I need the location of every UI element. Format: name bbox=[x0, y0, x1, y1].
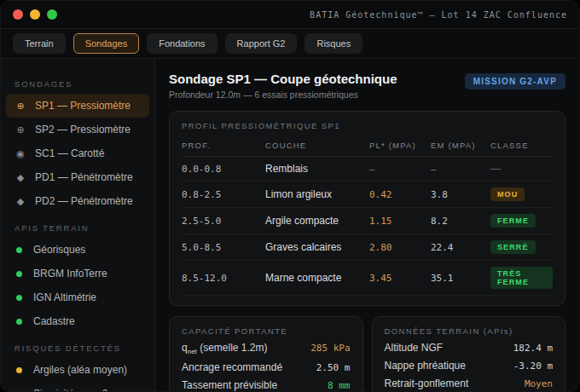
sidebar-item-sismicite[interactable]: Sismicité zone 2 bbox=[6, 382, 149, 391]
summary-cards-row: CAPACITÉ PORTANTE qnet (semelle 1.2m) 28… bbox=[169, 316, 566, 391]
sidebar-item-label: Argiles (aléa moyen) bbox=[33, 364, 127, 376]
retrait-row: Retrait-gonflement Moyen bbox=[385, 378, 554, 389]
status-dot-icon bbox=[16, 319, 22, 325]
crosshair-circle-icon: ⊕ bbox=[14, 124, 26, 135]
cell-em: 8.2 bbox=[431, 208, 490, 234]
sidebar: SONDAGES ⊕ SP1 — Pressiomètre ⊕ SP2 — Pr… bbox=[1, 59, 155, 391]
zoom-window-button[interactable] bbox=[47, 9, 57, 20]
content-area: SONDAGES ⊕ SP1 — Pressiomètre ⊕ SP2 — Pr… bbox=[1, 59, 579, 391]
cell-classe: — bbox=[490, 157, 553, 182]
crosshair-circle-icon: ⊕ bbox=[14, 101, 26, 112]
tab-fondations[interactable]: Fondations bbox=[147, 33, 217, 54]
nappe-row: Nappe phréatique -3.20 m bbox=[385, 360, 554, 372]
sidebar-item-sp1[interactable]: ⊕ SP1 — Pressiomètre bbox=[6, 94, 149, 118]
classe-badge: TRÈS FERME bbox=[490, 267, 553, 289]
sidebar-section-apis: APIS TERRAIN bbox=[6, 218, 149, 238]
cell-couche: Limon argileux bbox=[265, 182, 369, 208]
tassement-value: 8 mm bbox=[328, 380, 351, 391]
terrain-data-card: DONNÉES TERRAIN (APIs) Altitude NGF 182.… bbox=[372, 316, 566, 391]
cell-couche: Argile compacte bbox=[265, 208, 369, 234]
sidebar-section-risques: RISQUES DÉTECTÉS bbox=[6, 338, 149, 358]
sidebar-item-georisques[interactable]: Géorisques bbox=[6, 238, 149, 262]
cell-pl: 3.45 bbox=[369, 261, 431, 296]
sidebar-section-sondages: SONDAGES bbox=[6, 74, 149, 94]
cell-em: 3.8 bbox=[431, 182, 490, 208]
tab-sondages[interactable]: Sondages bbox=[73, 33, 140, 54]
cell-classe: MOU bbox=[490, 182, 553, 208]
classe-none: — bbox=[490, 163, 501, 175]
sidebar-item-pd1[interactable]: ◆ PD1 — Pénétromètre bbox=[6, 165, 149, 189]
column-header-classe: CLASSE bbox=[490, 134, 553, 157]
nappe-value: -3.20 m bbox=[513, 360, 553, 372]
tab-bar: Terrain Sondages Fondations Rapport G2 R… bbox=[1, 29, 579, 59]
column-header-couche: COUCHE bbox=[265, 134, 369, 157]
cell-em: 35.1 bbox=[431, 261, 490, 296]
profile-table-card: PROFIL PRESSIOMÉTRIQUE SP1 PROF. COUCHE … bbox=[169, 111, 566, 306]
status-dot-icon bbox=[16, 295, 22, 301]
status-dot-icon bbox=[16, 271, 22, 277]
altitude-label: Altitude NGF bbox=[385, 342, 444, 354]
cell-classe: SERRÉ bbox=[490, 234, 553, 261]
qnet-value: 285 kPa bbox=[310, 343, 350, 354]
classe-badge: SERRÉ bbox=[490, 240, 536, 254]
close-window-button[interactable] bbox=[13, 9, 23, 20]
qnet-label: qnet (semelle 1.2m) bbox=[182, 342, 268, 355]
sidebar-item-label: IGN Altimétrie bbox=[33, 291, 96, 303]
sidebar-item-label: PD2 — Pénétromètre bbox=[35, 195, 133, 207]
sidebar-item-sp2[interactable]: ⊕ SP2 — Pressiomètre bbox=[6, 118, 149, 141]
diamond-icon: ◆ bbox=[14, 172, 26, 183]
cell-prof: 8.5-12.0 bbox=[182, 261, 265, 296]
table-row[interactable]: 8.5-12.0 Marne compacte 3.45 35.1 TRÈS F… bbox=[182, 261, 553, 296]
classe-badge: MOU bbox=[490, 187, 525, 201]
ancrage-row: Ancrage recommandé 2.50 m bbox=[182, 361, 351, 373]
retrait-value: Moyen bbox=[525, 378, 553, 389]
cell-classe: TRÈS FERME bbox=[490, 261, 553, 296]
cell-em: 22.4 bbox=[431, 234, 490, 261]
sidebar-item-brgm-infoterre[interactable]: BRGM InfoTerre bbox=[6, 262, 149, 285]
altitude-value: 182.4 m bbox=[513, 343, 553, 354]
core-sample-icon: ◉ bbox=[14, 148, 26, 159]
cell-prof: 0.0-0.8 bbox=[182, 157, 265, 182]
sidebar-item-label: SP2 — Pressiomètre bbox=[35, 124, 130, 135]
tab-terrain[interactable]: Terrain bbox=[13, 33, 66, 54]
cell-couche: Graves calcaires bbox=[265, 234, 369, 261]
main-header: Sondage SP1 — Coupe géotechnique Profond… bbox=[169, 72, 566, 100]
sidebar-item-label: Cadastre bbox=[33, 315, 75, 327]
sidebar-item-label: BRGM InfoTerre bbox=[33, 268, 107, 280]
classe-badge: FERME bbox=[490, 214, 536, 228]
column-header-prof: PROF. bbox=[182, 134, 265, 157]
status-dot-icon bbox=[16, 367, 22, 373]
capacity-card: CAPACITÉ PORTANTE qnet (semelle 1.2m) 28… bbox=[169, 316, 363, 391]
page-subtitle: Profondeur 12.0m — 6 essais pressiométri… bbox=[169, 89, 397, 100]
sidebar-item-argiles[interactable]: Argiles (aléa moyen) bbox=[6, 358, 149, 382]
page-title: Sondage SP1 — Coupe géotechnique bbox=[169, 72, 397, 86]
cell-em: — bbox=[431, 157, 490, 182]
diamond-icon: ◆ bbox=[14, 196, 26, 207]
cell-couche: Marne compacte bbox=[265, 261, 369, 296]
cell-pl: 2.80 bbox=[369, 234, 431, 261]
cell-prof: 5.0-8.5 bbox=[182, 234, 265, 261]
table-row[interactable]: 0.8-2.5 Limon argileux 0.42 3.8 MOU bbox=[182, 182, 553, 208]
capacity-card-title: CAPACITÉ PORTANTE bbox=[182, 326, 351, 336]
sidebar-item-label: SP1 — Pressiomètre bbox=[35, 100, 130, 112]
sidebar-item-pd2[interactable]: ◆ PD2 — Pénétromètre bbox=[6, 189, 149, 213]
sidebar-item-cadastre[interactable]: Cadastre bbox=[6, 309, 149, 333]
ancrage-value: 2.50 m bbox=[316, 362, 351, 373]
ancrage-label: Ancrage recommandé bbox=[182, 361, 282, 373]
sidebar-item-sc1[interactable]: ◉ SC1 — Carotté bbox=[6, 141, 149, 165]
sidebar-item-label: SC1 — Carotté bbox=[35, 147, 104, 159]
tab-risques[interactable]: Risques bbox=[304, 33, 362, 54]
table-row[interactable]: 5.0-8.5 Graves calcaires 2.80 22.4 SERRÉ bbox=[182, 234, 553, 261]
tab-rapport-g2[interactable]: Rapport G2 bbox=[225, 33, 298, 54]
cell-pl: 0.42 bbox=[369, 182, 431, 208]
sidebar-item-ign-altimetrie[interactable]: IGN Altimétrie bbox=[6, 285, 149, 309]
table-row[interactable]: 2.5-5.0 Argile compacte 1.15 8.2 FERME bbox=[182, 208, 553, 234]
table-row[interactable]: 0.0-0.8 Remblais — — — bbox=[182, 157, 553, 182]
status-dot-icon bbox=[16, 247, 22, 253]
profile-table-title: PROFIL PRESSIOMÉTRIQUE SP1 bbox=[182, 121, 553, 130]
profile-table: PROF. COUCHE PL* (MPA) EM (MPA) CLASSE 0… bbox=[182, 134, 553, 296]
minimize-window-button[interactable] bbox=[30, 9, 40, 20]
cell-prof: 0.8-2.5 bbox=[182, 182, 265, 208]
altitude-row: Altitude NGF 182.4 m bbox=[385, 342, 554, 354]
titlebar: BATIA Géotechnique™ — Lot 14 ZAC Conflue… bbox=[1, 1, 579, 29]
